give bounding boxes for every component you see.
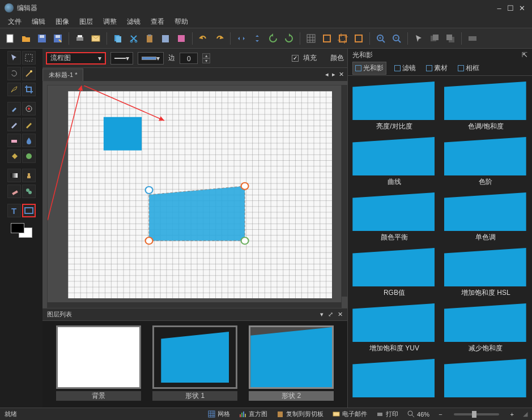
line-pattern-1[interactable]: ▾ xyxy=(110,52,133,65)
layer-a-icon[interactable] xyxy=(428,32,441,45)
border-spinner[interactable]: ▲ ▼ xyxy=(202,53,210,63)
crop-tool-icon[interactable] xyxy=(22,83,36,96)
blur-tool-icon[interactable] xyxy=(22,134,36,147)
menu-layer[interactable]: 图层 xyxy=(75,16,97,28)
tab-close-icon[interactable]: ✕ xyxy=(339,71,344,78)
effect-item[interactable]: 曲线 xyxy=(352,137,436,187)
cut-icon[interactable] xyxy=(127,32,141,45)
minimize-button[interactable]: – xyxy=(493,4,505,12)
effect-item[interactable]: 减少饱和度 xyxy=(444,303,527,353)
effect-item[interactable]: 增加饱和度 YUV xyxy=(352,303,436,353)
status-clipboard[interactable]: 复制到剪切板 xyxy=(276,410,324,418)
marquee-tool-icon[interactable] xyxy=(22,51,36,65)
color-swatches[interactable] xyxy=(11,223,32,238)
effect-item[interactable]: 亮度/对比度 xyxy=(352,82,436,131)
save-icon[interactable] xyxy=(35,32,49,45)
zoom-out-icon[interactable] xyxy=(390,32,403,45)
tab-light[interactable]: 光和影 xyxy=(352,62,386,75)
tab-prev-icon[interactable]: ◂ xyxy=(325,71,329,78)
rotate-right-icon[interactable] xyxy=(282,32,296,45)
menu-filter[interactable]: 滤镜 xyxy=(122,16,145,28)
stamp-tool-icon[interactable] xyxy=(22,169,36,182)
text-tool-icon[interactable]: T xyxy=(7,204,21,217)
line-pattern-2[interactable]: ▾ xyxy=(138,52,164,65)
panel-close-icon[interactable]: ✕ xyxy=(338,311,343,318)
eyedropper-tool-icon[interactable] xyxy=(7,102,21,115)
menu-image[interactable]: 图像 xyxy=(51,16,74,28)
new-file-icon[interactable] xyxy=(3,32,17,45)
effect-item[interactable] xyxy=(352,359,436,399)
layer-c-icon[interactable] xyxy=(466,32,479,45)
zoom-in-btn[interactable]: + xyxy=(510,411,514,418)
save-as-icon[interactable] xyxy=(51,32,65,45)
pencil-tool-icon[interactable] xyxy=(22,118,36,131)
zoom-out-btn[interactable]: − xyxy=(439,411,442,418)
panel-menu-icon[interactable]: ▾ xyxy=(320,311,324,318)
document-tab[interactable]: 未标题-1 * xyxy=(42,68,83,81)
effect-item[interactable]: 颜色平衡 xyxy=(352,192,436,242)
grid-icon[interactable] xyxy=(304,32,318,45)
flip-v-icon[interactable] xyxy=(250,32,264,45)
shape-type-dropdown[interactable]: 流程图 ▾ xyxy=(46,52,106,65)
fill-tool-icon[interactable] xyxy=(7,149,21,163)
menu-edit[interactable]: 编辑 xyxy=(27,16,50,28)
picker-icon[interactable] xyxy=(175,32,188,45)
tab-material[interactable]: 素材 xyxy=(424,62,450,74)
undo-icon[interactable] xyxy=(197,32,210,45)
pointer-tool-icon[interactable] xyxy=(7,51,21,65)
open-folder-icon[interactable] xyxy=(19,32,33,45)
border-width-input[interactable]: 0 xyxy=(180,53,198,64)
lasso-tool-icon[interactable] xyxy=(7,67,21,80)
crop1-icon[interactable] xyxy=(320,32,334,45)
status-email[interactable]: 电子邮件 xyxy=(333,410,367,418)
eraser-tool-icon[interactable] xyxy=(7,134,21,147)
layer-item[interactable]: 形状 2 xyxy=(249,325,334,401)
tab-frame[interactable]: 相框 xyxy=(456,62,482,74)
effect-item[interactable]: 增加饱和度 HSL xyxy=(444,248,527,298)
vertical-scrollbar[interactable] xyxy=(342,85,347,297)
clone-tool-icon[interactable] xyxy=(22,185,36,198)
email-icon[interactable] xyxy=(89,32,103,45)
effect-item[interactable]: RGB值 xyxy=(352,248,436,298)
crop3-icon[interactable] xyxy=(352,32,365,45)
paste-icon[interactable] xyxy=(143,32,156,45)
brush-tool-icon[interactable] xyxy=(7,118,21,131)
zoom-slider[interactable] xyxy=(454,413,499,415)
heal-tool-icon[interactable] xyxy=(7,185,21,198)
rotate-left-icon[interactable] xyxy=(266,32,280,45)
menu-adjust[interactable]: 调整 xyxy=(99,16,121,28)
zoom-in-icon[interactable] xyxy=(374,32,388,45)
layer-item[interactable]: 背景 xyxy=(56,325,141,401)
gradient-tool-icon[interactable] xyxy=(7,169,21,182)
effect-item[interactable]: 单色调 xyxy=(444,192,527,242)
effect-item[interactable] xyxy=(444,359,527,399)
spin-down-icon[interactable]: ▼ xyxy=(202,58,210,63)
wand-tool-icon[interactable] xyxy=(22,67,36,80)
effect-item[interactable]: 色阶 xyxy=(444,137,527,187)
effect-item[interactable]: 色调/饱和度 xyxy=(444,82,527,131)
canvas[interactable] xyxy=(47,85,342,305)
tab-filter[interactable]: 滤镜 xyxy=(392,62,418,74)
menu-file[interactable]: 文件 xyxy=(3,16,26,28)
shape-tool-icon[interactable] xyxy=(22,204,36,217)
close-button[interactable]: ✕ xyxy=(516,4,527,12)
panel-pin-icon[interactable]: ⤢ xyxy=(328,311,333,318)
redeye-tool-icon[interactable] xyxy=(22,102,36,115)
status-zoom[interactable]: 46% xyxy=(407,410,429,418)
status-grid[interactable]: 网格 xyxy=(208,410,230,418)
layer-item[interactable]: 形状 1 xyxy=(152,325,237,401)
spin-up-icon[interactable]: ▲ xyxy=(202,53,210,58)
menu-view[interactable]: 查看 xyxy=(146,16,169,28)
redo-icon[interactable] xyxy=(212,32,226,45)
pen-tool-icon[interactable] xyxy=(7,83,21,96)
status-hist[interactable]: 直方图 xyxy=(239,410,267,418)
clipboard-icon[interactable] xyxy=(159,32,172,45)
resize-grip-icon[interactable]: ◢ xyxy=(523,410,527,418)
maximize-button[interactable]: ☐ xyxy=(505,4,516,12)
flip-h-icon[interactable] xyxy=(235,32,248,45)
tab-next-icon[interactable]: ▸ xyxy=(332,71,335,78)
print-icon[interactable] xyxy=(73,32,87,45)
layer-b-icon[interactable] xyxy=(444,32,457,45)
pointer2-icon[interactable] xyxy=(412,32,425,45)
panel-pin-icon[interactable]: ⇱ xyxy=(522,51,527,59)
